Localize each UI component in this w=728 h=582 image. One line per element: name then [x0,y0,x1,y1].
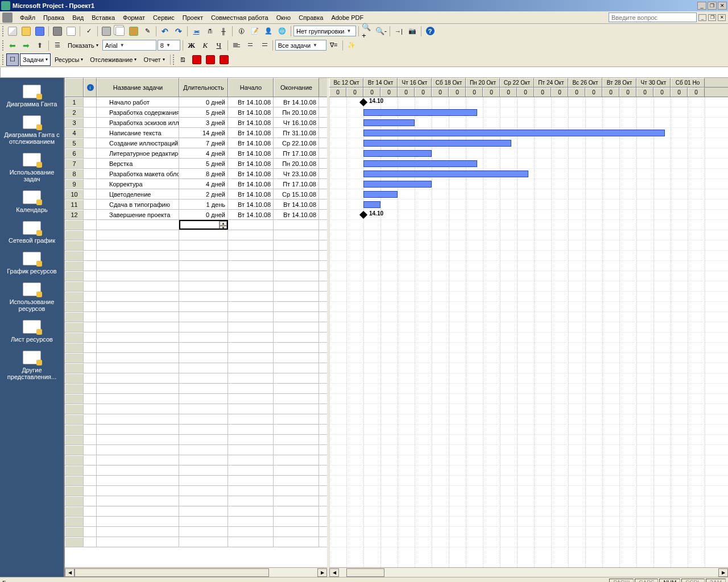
cell-duration[interactable] [179,373,228,383]
cell-duration[interactable] [179,394,228,404]
row-number[interactable] [65,496,84,506]
cell-info[interactable] [84,506,97,516]
menu-file[interactable]: Файл [16,13,39,22]
cell-name[interactable]: Начало работ [97,97,179,107]
cell-name[interactable] [97,353,179,363]
link-button[interactable]: ⫘ [190,25,202,38]
cell-name[interactable] [97,292,179,301]
gantt-bar[interactable] [363,181,432,188]
toggle-guide-button[interactable]: ☐ [6,53,19,66]
cell-info[interactable] [84,517,97,526]
row-number[interactable] [65,506,84,516]
row-number[interactable] [65,312,84,322]
cell-finish[interactable] [274,220,319,230]
gantt-bar[interactable] [363,130,665,136]
table-row[interactable] [65,506,327,517]
cell-duration[interactable] [179,435,228,444]
cell-info[interactable] [84,251,97,260]
cell-info[interactable] [84,312,97,322]
cell-name[interactable] [97,281,179,291]
nav-fwd-button[interactable]: ➡ [20,39,32,52]
cell-start[interactable]: Вт 14.10.08 [228,138,274,148]
row-number[interactable] [65,332,84,342]
cell-name[interactable] [97,373,179,383]
cell-info[interactable] [84,322,97,332]
close-button[interactable]: ✕ [718,2,727,10]
italic-button[interactable]: К [199,39,212,52]
row-number[interactable]: 4 [65,128,84,138]
cell-duration[interactable] [179,465,228,475]
cell-finish[interactable] [274,251,319,260]
cell-start[interactable] [228,343,274,352]
menu-window[interactable]: Окно [272,13,295,22]
toolbar-handle[interactable] [2,55,4,65]
toolbar-handle[interactable] [173,55,175,65]
filter-dropdown[interactable]: Все задачи▼ [275,40,326,51]
row-number[interactable] [65,373,84,383]
cell-start[interactable] [228,302,274,311]
pdf-button-1[interactable] [191,53,203,66]
cell-name[interactable]: Написание текста [97,128,179,138]
cell-finish[interactable] [274,292,319,301]
tasks-dropdown[interactable]: Задачи▾ [20,53,51,66]
row-number[interactable] [65,240,84,250]
new-button[interactable] [6,25,19,38]
cell-start[interactable] [228,292,274,301]
scroll-right-button[interactable]: ▶ [317,568,327,577]
cell-duration[interactable]: 0 дней [179,97,228,107]
cell-finish[interactable] [274,373,319,383]
scroll-thumb[interactable] [346,568,384,577]
table-row[interactable] [65,343,327,353]
cell-start[interactable]: Вт 14.10.08 [228,210,274,219]
cell-finish[interactable] [274,445,319,455]
bold-button[interactable]: Ж [185,39,198,52]
spell-button[interactable]: ✓ [82,25,95,38]
row-number[interactable] [65,343,84,352]
row-number[interactable]: 11 [65,199,84,209]
cell-info[interactable] [84,332,97,342]
header-duration[interactable]: Длительность [179,78,228,97]
table-row[interactable]: 9Корректура4 днейВт 14.10.08Пт 17.10.08 [65,179,327,189]
cell-name[interactable] [97,414,179,424]
gantt-bar[interactable] [363,160,477,167]
table-row[interactable] [65,527,327,537]
doc-icon[interactable] [2,13,13,23]
row-number[interactable] [65,281,84,291]
menu-edit[interactable]: Правка [39,13,68,22]
row-number[interactable]: 1 [65,97,84,107]
cell-finish[interactable]: Пт 17.10.08 [274,179,319,189]
row-number[interactable] [65,220,84,230]
cell-start[interactable] [228,220,274,230]
menu-collab[interactable]: Совместная работа [207,13,272,22]
gantt-bar[interactable] [363,150,432,157]
cell-start[interactable] [228,486,274,496]
cell-start[interactable]: Вт 14.10.08 [228,169,274,178]
cell-info[interactable] [84,220,97,230]
table-row[interactable] [65,476,327,486]
cell-info[interactable] [84,537,97,547]
row-number[interactable] [65,302,84,311]
tree-button[interactable]: ☰ [51,39,64,52]
cell-start[interactable]: Вт 14.10.08 [228,107,274,117]
row-number[interactable] [65,271,84,281]
cell-finish[interactable] [274,322,319,332]
cell-start[interactable] [228,435,274,444]
split-button[interactable]: ╫ [217,25,230,38]
cell-finish[interactable]: Вт 14.10.08 [274,199,319,209]
cell-duration[interactable]: 7 дней [179,138,228,148]
cell-finish[interactable] [274,240,319,250]
cell-finish[interactable] [274,517,319,526]
table-row[interactable] [65,414,327,425]
cell-finish[interactable]: Вт 14.10.08 [274,210,319,219]
table-row[interactable] [65,240,327,251]
cell-start[interactable] [228,476,274,485]
cell-name[interactable] [97,527,179,537]
cell-start[interactable] [228,496,274,506]
cell-finish[interactable] [274,496,319,506]
milestone-marker[interactable] [359,211,367,219]
cell-start[interactable] [228,394,274,404]
cell-duration[interactable]: 2 дней [179,189,228,199]
scroll-right-button[interactable]: ▶ [718,568,728,577]
header-start[interactable]: Начало [228,78,274,97]
unlink-button[interactable]: ⫚ [204,25,216,38]
